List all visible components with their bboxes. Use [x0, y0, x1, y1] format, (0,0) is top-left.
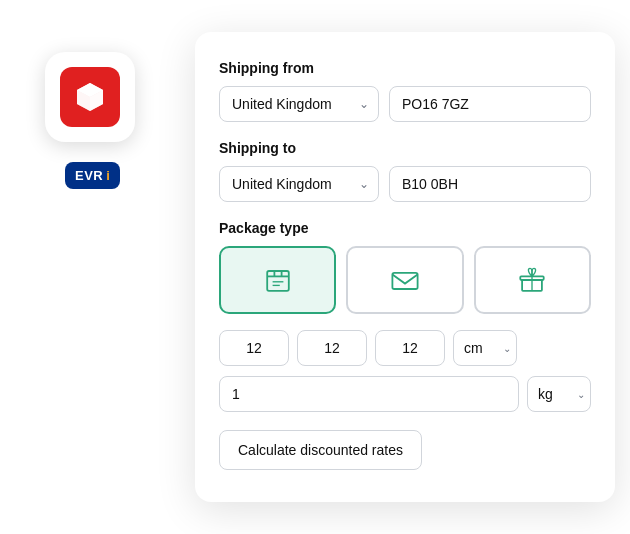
- main-card: Shipping from United Kingdom United Stat…: [195, 32, 615, 502]
- gift-box-icon: [514, 262, 550, 298]
- weight-unit-wrapper: kg lb ⌄: [527, 376, 591, 412]
- unit-wrapper: cm in ⌄: [453, 330, 517, 366]
- app-icon: [45, 52, 135, 142]
- from-postcode-input[interactable]: [389, 86, 591, 122]
- shipping-to-label: Shipping to: [219, 140, 591, 156]
- evri-i: i: [106, 168, 110, 183]
- package-option-box[interactable]: [219, 246, 336, 314]
- package-option-envelope[interactable]: [346, 246, 463, 314]
- evri-label: EVR: [75, 168, 103, 183]
- app-icon-bg: [60, 67, 120, 127]
- shipping-from-row: United Kingdom United States Germany Fra…: [219, 86, 591, 122]
- weight-row: kg lb ⌄: [219, 376, 591, 412]
- evri-badge: EVRi: [65, 162, 120, 189]
- unit-select[interactable]: cm in: [453, 330, 517, 366]
- to-country-wrapper: United Kingdom United States Germany Fra…: [219, 166, 379, 202]
- dimensions-row: cm in ⌄: [219, 330, 591, 366]
- weight-unit-select[interactable]: kg lb: [527, 376, 591, 412]
- svg-rect-1: [392, 273, 417, 289]
- height-input[interactable]: [297, 330, 367, 366]
- parcel-icon: [260, 262, 296, 298]
- shipping-to-row: United Kingdom United States Germany Fra…: [219, 166, 591, 202]
- to-postcode-input[interactable]: [389, 166, 591, 202]
- weight-input[interactable]: [219, 376, 519, 412]
- to-country-select[interactable]: United Kingdom United States Germany Fra…: [219, 166, 379, 202]
- envelope-icon: [387, 262, 423, 298]
- box-icon: [71, 78, 109, 116]
- calculate-button[interactable]: Calculate discounted rates: [219, 430, 422, 470]
- shipping-from-label: Shipping from: [219, 60, 591, 76]
- from-country-select[interactable]: United Kingdom United States Germany Fra…: [219, 86, 379, 122]
- from-country-wrapper: United Kingdom United States Germany Fra…: [219, 86, 379, 122]
- svg-rect-0: [267, 271, 289, 291]
- package-type-row: [219, 246, 591, 314]
- package-type-label: Package type: [219, 220, 591, 236]
- depth-input[interactable]: [375, 330, 445, 366]
- width-input[interactable]: [219, 330, 289, 366]
- package-option-gift[interactable]: [474, 246, 591, 314]
